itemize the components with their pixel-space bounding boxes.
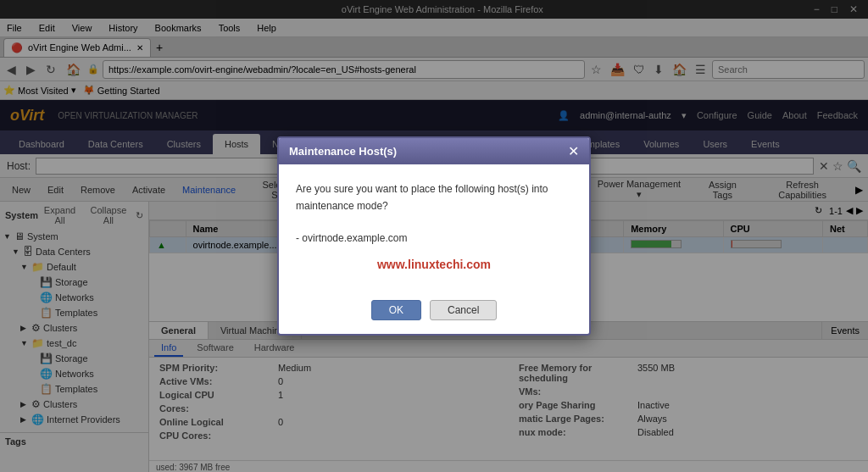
modal-overlay: Maintenance Host(s) ✕ Are you sure you w… <box>0 0 868 472</box>
modal-footer: OK Cancel <box>279 292 589 334</box>
modal-ok-button[interactable]: OK <box>371 300 421 320</box>
modal-body: Are you sure you want to place the follo… <box>279 164 589 291</box>
modal-watermark: www.linuxtechi.com <box>296 255 572 274</box>
modal-title: Maintenance Host(s) <box>289 145 397 158</box>
modal-host: - ovirtnode.example.com <box>296 230 572 247</box>
modal-cancel-button[interactable]: Cancel <box>430 300 497 320</box>
modal-close-button[interactable]: ✕ <box>568 143 579 159</box>
maintenance-modal: Maintenance Host(s) ✕ Are you sure you w… <box>277 136 591 335</box>
modal-header: Maintenance Host(s) ✕ <box>279 138 589 164</box>
modal-message: Are you sure you want to place the follo… <box>296 181 572 214</box>
